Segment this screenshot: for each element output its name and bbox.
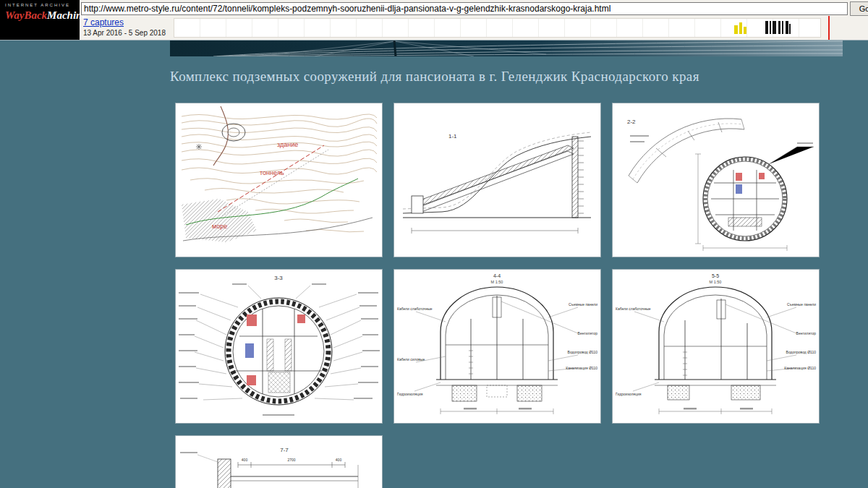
annotation: Съемные панели (569, 302, 597, 307)
annotation: Вентилятор (796, 331, 817, 335)
url-input[interactable] (81, 2, 848, 15)
partitions (664, 299, 767, 380)
callout-leader (197, 455, 218, 462)
thumbnail-section-3-3[interactable]: 3-3 (176, 270, 382, 423)
annotation-text-marks (179, 283, 380, 416)
annotation: Кабели слаботочные (616, 307, 651, 311)
dimension-line (659, 408, 772, 414)
tunnel-invert (416, 151, 574, 212)
timeline-bar (773, 21, 776, 34)
wayback-wordmark: WayBackMachine (5, 9, 80, 22)
timeline-current-marker (828, 16, 830, 40)
column-hatched (285, 339, 292, 371)
dimension-line (441, 408, 553, 414)
dimension-number: 2700 (287, 458, 295, 462)
label-tunnel: тоннель (260, 169, 284, 176)
tunnel-structure-hatched (416, 145, 574, 206)
section-label: 4-4 (493, 273, 501, 278)
scale-label: М 1:50 (710, 280, 722, 284)
section-label: 2-2 (627, 119, 636, 125)
highlight-red (247, 375, 256, 385)
annotation-text-mark (180, 452, 197, 453)
label-building: здание (277, 141, 298, 148)
column-hatched (267, 339, 273, 371)
stair-crosshatch (268, 372, 290, 393)
timeline-bar (734, 25, 738, 34)
internet-archive-label: INTERNET ARCHIVE (5, 3, 80, 7)
highlight-red (247, 314, 257, 326)
annotation: Кабели силовые (397, 357, 425, 361)
wall-section-hatched (218, 459, 231, 488)
tunnel-outline (659, 287, 772, 380)
annotation: Съемные панели (787, 302, 816, 307)
dimension-numbers (464, 408, 532, 410)
invert-hatch (728, 218, 762, 226)
timeline-bar (782, 21, 783, 34)
thumbnail-site-plan[interactable]: здание тоннель море (176, 103, 382, 257)
highlight-blue (736, 184, 742, 194)
highlight-red (759, 173, 765, 179)
thumbnail-section-4-4[interactable]: 4-4 М 1:50 Кабели слаботочные Кабели сил… (394, 270, 600, 423)
page-title: Комплекс подземных сооружений для пансио… (170, 69, 864, 85)
annotation: Гидроизоляция (616, 392, 642, 396)
annotation: Кабели слаботочные (397, 307, 433, 311)
drawings-grid: здание тоннель море 1-1 2-2 (176, 103, 820, 488)
highlight-red (297, 314, 305, 323)
dimension-number: 400 (336, 458, 342, 462)
capture-date-range: 13 Apr 2016 - 5 Sep 2018 (83, 29, 166, 37)
portal-box (412, 196, 423, 213)
timeline-bar (770, 21, 771, 34)
go-button[interactable]: Go (850, 1, 868, 16)
dimension-line (238, 462, 345, 468)
footing-left (452, 385, 477, 401)
thumbnail-section-2-2[interactable]: 2-2 (613, 103, 819, 257)
section-label: 1-1 (448, 133, 457, 140)
highlight-blue (245, 343, 254, 358)
timeline-bar (778, 21, 780, 34)
center-trench (487, 385, 507, 397)
timeline-bar (765, 21, 768, 34)
footing-right (731, 385, 760, 400)
timeline-bar (786, 21, 788, 34)
anchor-ticks (578, 141, 584, 213)
annotation: Водопровод Ø110 (568, 350, 598, 354)
thumbnail-section-5-5[interactable]: 5-5 М 1:50 Кабели слаботочные Съемные па… (613, 270, 819, 423)
annotation: Канализация Ø110 (566, 366, 597, 370)
timeline-bar (789, 24, 791, 34)
section-label: 7-7 (280, 447, 289, 453)
wayback-machine-logo[interactable]: INTERNET ARCHIVE WayBackMachine (0, 0, 80, 40)
label-sea: море (212, 223, 227, 230)
annotation: Водопровод Ø110 (786, 350, 817, 354)
dimension-numbers (684, 408, 753, 410)
alignment-fan (629, 119, 744, 183)
thumbnail-section-7-7[interactable]: 7-7 400 2700 400 (176, 436, 382, 488)
section-label: 3-3 (274, 275, 283, 281)
captures-link[interactable]: 7 captures (83, 17, 166, 27)
annotation: Вентилятор (578, 331, 598, 335)
partitions (446, 296, 548, 380)
timeline-bar (744, 27, 746, 34)
captures-timeline[interactable] (174, 18, 821, 38)
highlight-red (736, 173, 742, 181)
wayback-toolbar: INTERNET ARCHIVE WayBackMachine Go 7 cap… (0, 0, 868, 40)
captures-info: 7 captures 13 Apr 2016 - 5 Sep 2018 (83, 17, 166, 37)
pile-wall (572, 137, 578, 218)
benchmark-symbol (196, 144, 202, 150)
header-banner-image (170, 40, 843, 56)
banner-mast (394, 40, 396, 56)
access-road-line (213, 106, 228, 166)
footing-right (517, 385, 542, 401)
annotation: Канализация Ø110 (784, 366, 816, 370)
footing-left (668, 385, 689, 400)
scale-label: М 1:50 (491, 280, 503, 284)
section-label: 5-5 (712, 273, 719, 278)
thumbnail-section-1-1[interactable]: 1-1 (394, 103, 600, 257)
timeline-bar (739, 22, 742, 34)
annotation: Гидроизоляция (397, 392, 423, 396)
banner-art (170, 40, 843, 56)
url-bar: Go (81, 1, 868, 16)
dimension-line (412, 228, 578, 234)
dimension-number: 400 (242, 458, 248, 462)
